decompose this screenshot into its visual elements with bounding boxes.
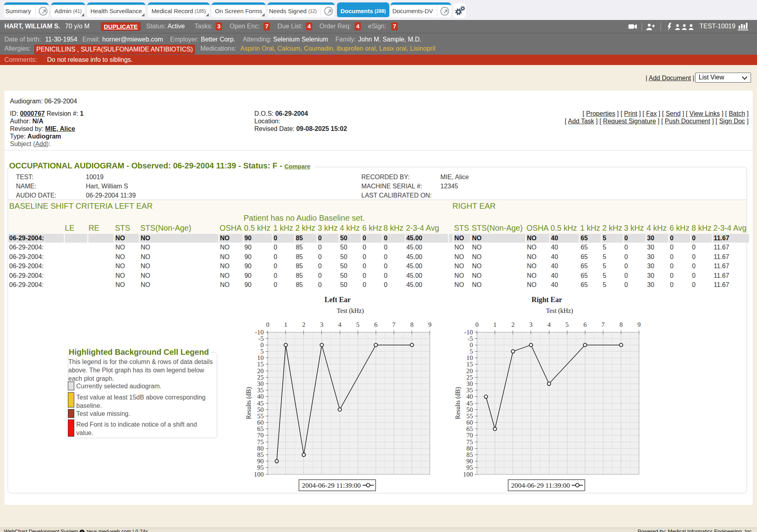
svg-text:6: 6	[583, 321, 587, 328]
svg-text:2004-06-29 11:39:00: 2004-06-29 11:39:00	[302, 481, 361, 489]
svg-text:3: 3	[529, 321, 533, 328]
svg-text:0: 0	[266, 321, 269, 328]
svg-text:Test (kHz): Test (kHz)	[546, 307, 573, 314]
svg-text:4: 4	[338, 321, 341, 328]
svg-text:7: 7	[601, 321, 604, 328]
svg-text:Results (dB): Results (dB)	[454, 387, 462, 419]
svg-text:2004-06-29 11:39:00: 2004-06-29 11:39:00	[511, 481, 570, 489]
svg-text:Right Ear: Right Ear	[531, 296, 562, 304]
svg-text:8: 8	[410, 321, 413, 328]
svg-text:Left Ear: Left Ear	[325, 296, 351, 304]
svg-text:1: 1	[284, 321, 287, 328]
svg-text:2: 2	[511, 321, 515, 328]
svg-text:5: 5	[565, 321, 569, 328]
svg-text:Test (kHz): Test (kHz)	[337, 307, 364, 314]
svg-text:100: 100	[254, 471, 264, 478]
svg-text:3: 3	[320, 321, 323, 328]
svg-text:8: 8	[619, 321, 622, 328]
svg-text:9: 9	[638, 321, 641, 328]
svg-text:4: 4	[547, 321, 551, 328]
svg-text:Results (dB): Results (dB)	[245, 387, 252, 419]
svg-text:7: 7	[392, 321, 395, 328]
svg-text:5: 5	[356, 321, 359, 328]
svg-text:0: 0	[475, 321, 478, 328]
svg-text:2: 2	[302, 321, 305, 328]
svg-text:6: 6	[374, 321, 377, 328]
svg-text:9: 9	[428, 321, 432, 328]
svg-text:100: 100	[463, 471, 473, 478]
svg-text:1: 1	[493, 321, 496, 328]
